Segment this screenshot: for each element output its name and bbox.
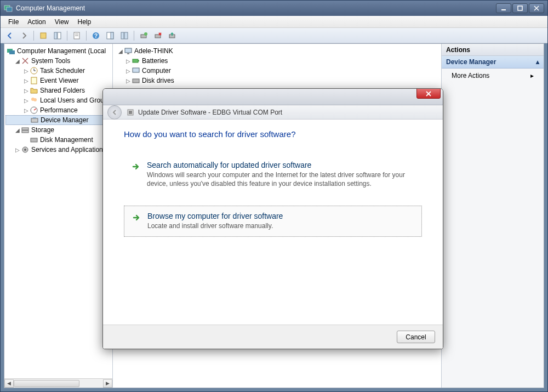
svg-rect-16 [121,32,124,39]
expand-icon[interactable]: ▷ [23,88,30,94]
svg-rect-41 [125,48,132,53]
tree-label: Device Manager [41,116,88,124]
separator [134,31,134,41]
dialog-close-button[interactable] [416,88,441,99]
event-icon [30,76,38,85]
svg-rect-43 [133,59,138,63]
driver-icon [126,108,135,117]
svg-rect-44 [138,60,139,61]
actions-header: Actions [442,44,544,56]
tools-icon [21,56,30,65]
arrow-icon [132,162,140,171]
horizontal-scrollbar[interactable]: ◀ ▶ [4,378,112,388]
device-label: Batteries [142,57,168,65]
svg-rect-15 [111,32,113,39]
svg-rect-29 [31,77,37,84]
menu-view[interactable]: View [50,17,73,27]
computer-icon [124,47,133,55]
actions-panel: Actions Device Manager ▴ More Actions ▸ [442,44,544,388]
scan-hardware-icon[interactable] [138,30,150,42]
minimize-button[interactable] [496,3,511,13]
tree-label: Disk Management [40,136,93,144]
expand-icon[interactable]: ▷ [125,68,132,74]
toolbar: ? [1,28,547,43]
tree-root[interactable]: Computer Management (Local [5,46,111,56]
app-icon [4,4,13,13]
device-computer[interactable]: ▷ Computer [116,66,438,76]
actions-section-label: Device Manager [446,58,496,66]
tree-shared-folders[interactable]: ▷ Shared Folders [5,86,111,95]
tree-disk-management[interactable]: Disk Management [5,135,111,145]
folder-icon [30,86,38,95]
clock-icon [30,66,38,75]
tree-event-viewer[interactable]: ▷ Event Viewer [5,76,111,86]
back-icon[interactable] [4,30,16,42]
collapse-icon[interactable]: ◢ [117,48,124,54]
forward-icon[interactable] [18,30,30,42]
more-actions[interactable]: More Actions ▸ [442,69,544,83]
tree-system-tools[interactable]: ◢ System Tools [5,56,111,66]
up-icon[interactable] [37,30,49,42]
uninstall-icon[interactable] [152,30,164,42]
option-browse-computer[interactable]: Browse my computer for driver software L… [124,206,422,236]
device-root[interactable]: ◢ Adele-THINK [116,46,438,56]
dialog-back-button[interactable] [107,105,122,120]
expand-icon[interactable]: ▷ [23,68,30,74]
titlebar: Computer Management [1,1,547,16]
svg-rect-50 [129,111,132,114]
cancel-button[interactable]: Cancel [397,331,435,343]
menu-help[interactable]: Help [73,17,96,27]
menu-file[interactable]: File [4,17,23,27]
svg-rect-25 [9,50,15,54]
device-label: Computer [142,67,171,75]
menu-action[interactable]: Action [23,17,50,27]
svg-rect-36 [22,128,28,130]
separator [33,31,34,41]
tree-label: Storage [31,126,54,134]
update-driver-icon[interactable] [166,30,178,42]
actions-section[interactable]: Device Manager ▴ [442,56,544,69]
collapse-icon[interactable]: ◢ [14,58,21,64]
tree-device-manager[interactable]: Device Manager [5,115,111,125]
svg-rect-6 [41,33,46,38]
tree-local-users[interactable]: ▷ Local Users and Group [5,95,111,105]
properties-icon[interactable] [71,30,83,42]
performance-icon [30,106,38,115]
expand-icon[interactable]: ▷ [14,147,21,153]
expand-icon[interactable]: ▷ [23,107,30,113]
close-button[interactable] [529,3,544,13]
tree-label: Task Scheduler [40,67,85,75]
menubar: File Action View Help [1,16,547,28]
expand-icon[interactable]: ▷ [125,78,132,84]
chevron-up-icon: ▴ [536,58,539,66]
option-search-automatically[interactable]: Search automatically for updated driver … [124,155,422,194]
expand-icon[interactable]: ▷ [23,78,30,84]
pc-icon [132,66,140,75]
device-disk-drives[interactable]: ▷ Disk drives [116,76,438,86]
svg-rect-37 [22,130,28,133]
collapse-icon[interactable]: ◢ [14,127,21,133]
refresh-icon[interactable] [118,30,130,42]
services-icon [21,145,30,154]
tree-label: System Tools [31,57,70,65]
maximize-button[interactable] [512,3,528,13]
show-hide-tree-icon[interactable] [52,30,64,42]
scroll-left-icon[interactable]: ◀ [4,379,14,388]
tree-services-apps[interactable]: ▷ Services and Applications [5,145,111,155]
tree-task-scheduler[interactable]: ▷ Task Scheduler [5,66,111,76]
action-pane-icon[interactable] [104,30,116,42]
option-title: Search automatically for updated driver … [147,161,414,169]
svg-rect-45 [133,68,139,72]
tree-label: Event Viewer [40,77,78,84]
scroll-thumb[interactable] [14,380,79,387]
tree-storage[interactable]: ◢ Storage [5,125,111,135]
tree-performance[interactable]: ▷ Performance [5,105,111,115]
expand-icon[interactable]: ▷ [23,98,30,104]
option-desc: Locate and install driver software manua… [147,221,283,230]
help-icon[interactable]: ? [90,30,102,42]
device-batteries[interactable]: ▷ Batteries [116,56,438,66]
scroll-right-icon[interactable]: ▶ [103,379,112,388]
dialog-titlebar [103,89,443,105]
expand-icon[interactable]: ▷ [125,58,132,64]
svg-rect-3 [518,6,522,10]
